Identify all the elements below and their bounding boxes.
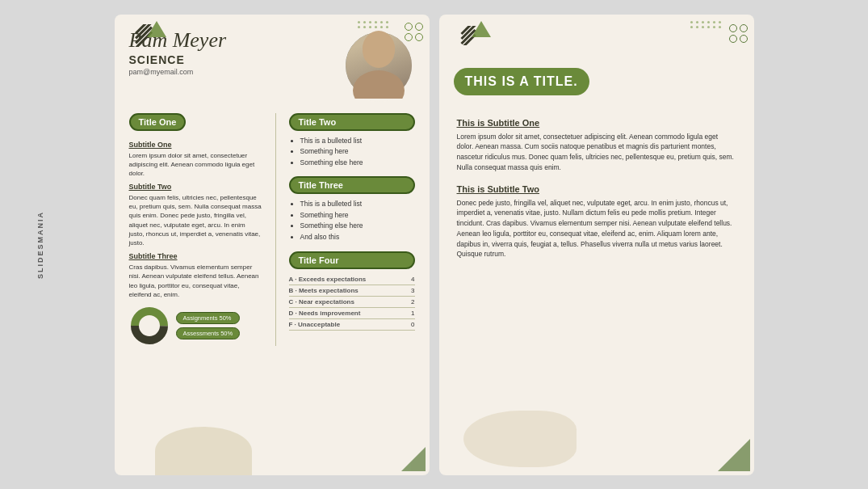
- slide2-subtitle-one: This is Subtitle One: [457, 118, 736, 128]
- slide2-header-title: THIS IS A TITLE.: [454, 68, 589, 95]
- legend-assignments: Assignments 50%: [176, 312, 241, 324]
- bullet-three-3: Something else here: [300, 221, 415, 232]
- teacher-subject: SCIENCE: [129, 53, 334, 66]
- grade-d-val: 1: [411, 310, 414, 317]
- subtitle-three: Subtitle Three: [129, 252, 262, 260]
- slide1-body: Title One Subtitle One Lorem ipsum dolor…: [129, 113, 415, 346]
- slide2-deco-dots-icon: [690, 21, 722, 28]
- svg-point-1: [353, 70, 405, 99]
- subtitle-two: Subtitle Two: [129, 183, 262, 191]
- teacher-email: pam@myemail.com: [129, 68, 334, 76]
- slide1-left-column: Title One Subtitle One Lorem ipsum dolor…: [129, 113, 262, 346]
- body-text-three: Cras dapibus. Vivamus elementum semper n…: [129, 263, 262, 299]
- grade-c-val: 2: [411, 298, 414, 306]
- slide2-deco-triangle-tl-icon: [472, 21, 491, 37]
- title-one-label: Title One: [129, 113, 187, 131]
- bullet-two-3: Something else here: [300, 158, 415, 169]
- column-divider: [275, 113, 276, 346]
- body-text-one: Lorem ipsum dolor sit amet, consectetuer…: [129, 151, 262, 179]
- grade-b-val: 3: [411, 287, 414, 294]
- slide1-right-column: Title Two This is a bulleted list Someth…: [289, 113, 415, 346]
- slide2-body-two: Donec pede justo, fringilla vel, aliquet…: [457, 198, 736, 260]
- slide2-blob-icon: [463, 411, 577, 467]
- title-four-area: Title Four A · Exceeds expectations 4 B …: [289, 251, 415, 331]
- grade-f-label: F · Unacceptable: [289, 321, 341, 328]
- legend-area: Assignments 50% Assessments 50%: [176, 312, 241, 339]
- subtitle-one: Subtitle One: [129, 141, 262, 149]
- legend-assessments: Assessments 50%: [176, 327, 241, 339]
- brand-label: SLIDESMANIA: [36, 210, 44, 278]
- slide2-content: This is Subtitle One Lorem ipsum dolor s…: [454, 118, 740, 260]
- bullet-three-1: This is a bulleted list: [300, 199, 415, 210]
- bullet-three-2: Something here: [300, 210, 415, 221]
- slide2-body-one: Lorem ipsum dolor sit amet, consectetuer…: [457, 132, 736, 173]
- grade-f-val: 0: [411, 321, 414, 328]
- grade-c-label: C · Near expectations: [289, 298, 354, 306]
- body-text-two: Donec quam felis, ultricies nec, pellent…: [129, 193, 262, 247]
- bullet-two-1: This is a bulleted list: [300, 136, 415, 147]
- donut-chart: [129, 306, 170, 346]
- svg-point-2: [363, 32, 395, 68]
- photo-placeholder: [346, 32, 412, 99]
- slides-container: Pam Meyer SCIENCE pam@myemail.com: [99, 2, 770, 487]
- bullet-list-three: This is a bulleted list Something here S…: [289, 199, 415, 242]
- slide1-header: Pam Meyer SCIENCE pam@myemail.com: [129, 29, 415, 102]
- title-four-label: Title Four: [289, 251, 415, 269]
- slide2-title-area: THIS IS A TITLE.: [454, 52, 740, 107]
- grade-row-a: A · Exceeds expectations 4: [289, 274, 415, 285]
- bullet-list-two: This is a bulleted list Something here S…: [289, 136, 415, 169]
- grade-table: A · Exceeds expectations 4 B · Meets exp…: [289, 274, 415, 331]
- grade-row-f: F · Unacceptable 0: [289, 319, 415, 331]
- deco-triangle-top-left-icon: [147, 21, 166, 37]
- grade-row-c: C · Near expectations 2: [289, 297, 415, 308]
- deco-blob-icon: [155, 427, 252, 475]
- bullet-three-4: And also this: [300, 232, 415, 243]
- grade-row-b: B · Meets expectations 3: [289, 285, 415, 297]
- chart-area: Assignments 50% Assessments 50%: [129, 306, 262, 346]
- slide2-deco-triangle-br-icon: [718, 439, 750, 471]
- teacher-photo: [342, 29, 415, 102]
- grade-b-label: B · Meets expectations: [289, 287, 359, 294]
- grade-d-label: D · Needs improvement: [289, 310, 361, 317]
- title-three-label: Title Three: [289, 176, 415, 194]
- slide-1: Pam Meyer SCIENCE pam@myemail.com: [115, 15, 430, 475]
- grade-a-label: A · Exceeds expectations: [289, 276, 367, 283]
- title-three-area: Title Three This is a bulleted list Some…: [289, 176, 415, 242]
- grade-row-d: D · Needs improvement 1: [289, 308, 415, 319]
- bullet-two-2: Something here: [300, 146, 415, 158]
- slide2-deco-circles-icon: [729, 24, 748, 43]
- title-two-label: Title Two: [289, 113, 415, 131]
- slide-2: THIS IS A TITLE. This is Subtitle One Lo…: [439, 15, 754, 475]
- grade-a-val: 4: [411, 276, 414, 283]
- deco-triangle-br-icon: [401, 447, 426, 471]
- slide2-subtitle-two: This is Subtitle Two: [457, 184, 736, 194]
